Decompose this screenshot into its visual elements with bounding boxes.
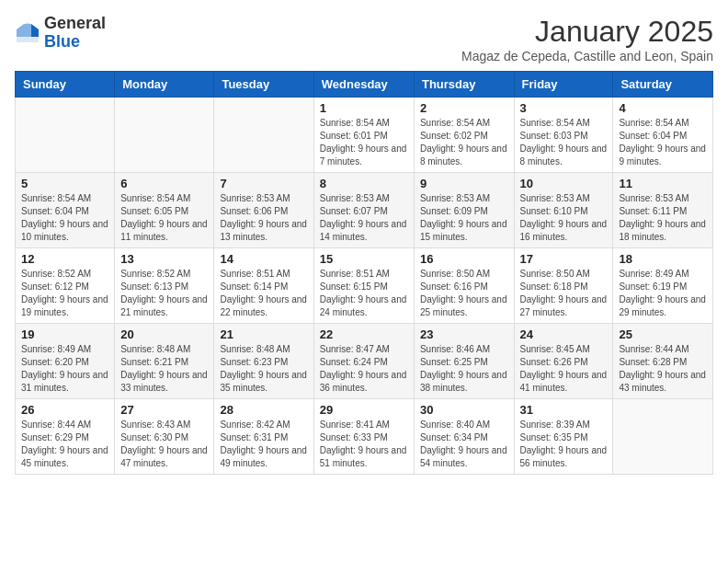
day-header-wednesday: Wednesday: [313, 72, 414, 98]
day-header-saturday: Saturday: [613, 72, 713, 98]
day-info: Sunrise: 8:44 AM Sunset: 6:29 PM Dayligh…: [21, 419, 108, 470]
day-number: 30: [420, 403, 508, 417]
calendar-cell: 4Sunrise: 8:54 AM Sunset: 6:04 PM Daylig…: [613, 98, 713, 173]
calendar-cell: 13Sunrise: 8:52 AM Sunset: 6:13 PM Dayli…: [115, 248, 214, 324]
day-number: 10: [520, 177, 608, 190]
calendar-cell: 29Sunrise: 8:41 AM Sunset: 6:33 PM Dayli…: [313, 399, 414, 475]
calendar-cell: [16, 98, 115, 173]
calendar-cell: 1Sunrise: 8:54 AM Sunset: 6:01 PM Daylig…: [313, 98, 414, 173]
day-number: 8: [320, 177, 408, 190]
day-number: 11: [619, 177, 707, 190]
day-info: Sunrise: 8:53 AM Sunset: 6:10 PM Dayligh…: [520, 192, 608, 244]
day-number: 21: [220, 327, 307, 341]
day-info: Sunrise: 8:45 AM Sunset: 6:26 PM Dayligh…: [520, 343, 608, 395]
day-header-tuesday: Tuesday: [214, 72, 313, 98]
day-info: Sunrise: 8:52 AM Sunset: 6:12 PM Dayligh…: [21, 268, 108, 319]
calendar-cell: [115, 98, 214, 173]
calendar-cell: 12Sunrise: 8:52 AM Sunset: 6:12 PM Dayli…: [16, 248, 115, 324]
calendar-week-3: 12Sunrise: 8:52 AM Sunset: 6:12 PM Dayli…: [16, 248, 713, 324]
day-info: Sunrise: 8:42 AM Sunset: 6:31 PM Dayligh…: [220, 419, 307, 470]
day-number: 25: [619, 327, 707, 341]
day-number: 19: [21, 327, 108, 341]
calendar-cell: 7Sunrise: 8:53 AM Sunset: 6:06 PM Daylig…: [214, 173, 313, 248]
day-info: Sunrise: 8:48 AM Sunset: 6:21 PM Dayligh…: [120, 343, 208, 395]
day-info: Sunrise: 8:54 AM Sunset: 6:05 PM Dayligh…: [120, 192, 208, 244]
day-number: 5: [21, 177, 108, 190]
day-info: Sunrise: 8:40 AM Sunset: 6:34 PM Dayligh…: [420, 419, 508, 470]
day-info: Sunrise: 8:54 AM Sunset: 6:04 PM Dayligh…: [21, 192, 108, 244]
calendar-cell: 20Sunrise: 8:48 AM Sunset: 6:21 PM Dayli…: [115, 324, 214, 399]
title-block: January 2025 Magaz de Cepeda, Castille a…: [461, 15, 713, 63]
day-number: 12: [21, 252, 108, 266]
day-number: 22: [320, 327, 408, 341]
day-info: Sunrise: 8:47 AM Sunset: 6:24 PM Dayligh…: [320, 343, 408, 395]
logo-blue: Blue: [44, 32, 80, 51]
calendar-cell: 25Sunrise: 8:44 AM Sunset: 6:28 PM Dayli…: [613, 324, 713, 399]
calendar-cell: 6Sunrise: 8:54 AM Sunset: 6:05 PM Daylig…: [115, 173, 214, 248]
day-number: 14: [220, 252, 307, 266]
day-info: Sunrise: 8:53 AM Sunset: 6:07 PM Dayligh…: [320, 192, 408, 244]
day-number: 9: [420, 177, 508, 190]
calendar-cell: 28Sunrise: 8:42 AM Sunset: 6:31 PM Dayli…: [214, 399, 313, 475]
page-header: General Blue January 2025 Magaz de Ceped…: [15, 15, 713, 63]
calendar-cell: 5Sunrise: 8:54 AM Sunset: 6:04 PM Daylig…: [16, 173, 115, 248]
day-info: Sunrise: 8:43 AM Sunset: 6:30 PM Dayligh…: [120, 419, 208, 470]
location-subtitle: Magaz de Cepeda, Castille and Leon, Spai…: [461, 49, 713, 63]
day-info: Sunrise: 8:53 AM Sunset: 6:09 PM Dayligh…: [420, 192, 508, 244]
calendar-cell: 23Sunrise: 8:46 AM Sunset: 6:25 PM Dayli…: [414, 324, 514, 399]
calendar-week-1: 1Sunrise: 8:54 AM Sunset: 6:01 PM Daylig…: [16, 98, 713, 173]
logo-text: General Blue: [44, 15, 106, 52]
day-number: 4: [619, 101, 707, 115]
day-info: Sunrise: 8:52 AM Sunset: 6:13 PM Dayligh…: [120, 268, 208, 319]
calendar-cell: 21Sunrise: 8:48 AM Sunset: 6:23 PM Dayli…: [214, 324, 313, 399]
day-info: Sunrise: 8:54 AM Sunset: 6:02 PM Dayligh…: [420, 117, 508, 168]
day-number: 6: [120, 177, 208, 190]
day-info: Sunrise: 8:46 AM Sunset: 6:25 PM Dayligh…: [420, 343, 508, 395]
day-info: Sunrise: 8:51 AM Sunset: 6:14 PM Dayligh…: [220, 268, 307, 319]
day-number: 2: [420, 101, 508, 115]
day-number: 3: [520, 101, 608, 115]
day-info: Sunrise: 8:50 AM Sunset: 6:18 PM Dayligh…: [520, 268, 608, 319]
day-number: 7: [220, 177, 307, 190]
day-info: Sunrise: 8:49 AM Sunset: 6:19 PM Dayligh…: [619, 268, 707, 319]
day-info: Sunrise: 8:54 AM Sunset: 6:03 PM Dayligh…: [520, 117, 608, 168]
svg-marker-1: [31, 24, 39, 37]
calendar-cell: 31Sunrise: 8:39 AM Sunset: 6:35 PM Dayli…: [514, 399, 613, 475]
day-info: Sunrise: 8:54 AM Sunset: 6:04 PM Dayligh…: [619, 117, 707, 168]
day-info: Sunrise: 8:39 AM Sunset: 6:35 PM Dayligh…: [520, 419, 608, 470]
day-header-sunday: Sunday: [16, 72, 115, 98]
day-info: Sunrise: 8:54 AM Sunset: 6:01 PM Dayligh…: [320, 117, 408, 168]
calendar-cell: 27Sunrise: 8:43 AM Sunset: 6:30 PM Dayli…: [115, 399, 214, 475]
calendar-header-row: SundayMondayTuesdayWednesdayThursdayFrid…: [16, 72, 713, 98]
calendar-cell: 10Sunrise: 8:53 AM Sunset: 6:10 PM Dayli…: [514, 173, 613, 248]
day-number: 16: [420, 252, 508, 266]
calendar-week-2: 5Sunrise: 8:54 AM Sunset: 6:04 PM Daylig…: [16, 173, 713, 248]
calendar-cell: 16Sunrise: 8:50 AM Sunset: 6:16 PM Dayli…: [414, 248, 514, 324]
calendar-cell: 26Sunrise: 8:44 AM Sunset: 6:29 PM Dayli…: [16, 399, 115, 475]
day-number: 24: [520, 327, 608, 341]
day-header-friday: Friday: [514, 72, 613, 98]
calendar-cell: 17Sunrise: 8:50 AM Sunset: 6:18 PM Dayli…: [514, 248, 613, 324]
calendar-cell: 3Sunrise: 8:54 AM Sunset: 6:03 PM Daylig…: [514, 98, 613, 173]
calendar-cell: 9Sunrise: 8:53 AM Sunset: 6:09 PM Daylig…: [414, 173, 514, 248]
day-info: Sunrise: 8:48 AM Sunset: 6:23 PM Dayligh…: [220, 343, 307, 395]
month-title: January 2025: [461, 15, 713, 49]
logo: General Blue: [15, 15, 106, 52]
day-info: Sunrise: 8:49 AM Sunset: 6:20 PM Dayligh…: [21, 343, 108, 395]
calendar-week-4: 19Sunrise: 8:49 AM Sunset: 6:20 PM Dayli…: [16, 324, 713, 399]
day-number: 23: [420, 327, 508, 341]
calendar-cell: 11Sunrise: 8:53 AM Sunset: 6:11 PM Dayli…: [613, 173, 713, 248]
day-number: 28: [220, 403, 307, 417]
logo-general: General: [44, 14, 106, 32]
day-number: 18: [619, 252, 707, 266]
svg-marker-2: [17, 24, 31, 37]
day-number: 15: [320, 252, 408, 266]
calendar-cell: [613, 399, 713, 475]
day-header-monday: Monday: [115, 72, 214, 98]
day-info: Sunrise: 8:50 AM Sunset: 6:16 PM Dayligh…: [420, 268, 508, 319]
day-info: Sunrise: 8:53 AM Sunset: 6:11 PM Dayligh…: [619, 192, 707, 244]
day-number: 17: [520, 252, 608, 266]
day-number: 13: [120, 252, 208, 266]
calendar-cell: 30Sunrise: 8:40 AM Sunset: 6:34 PM Dayli…: [414, 399, 514, 475]
calendar-cell: 24Sunrise: 8:45 AM Sunset: 6:26 PM Dayli…: [514, 324, 613, 399]
